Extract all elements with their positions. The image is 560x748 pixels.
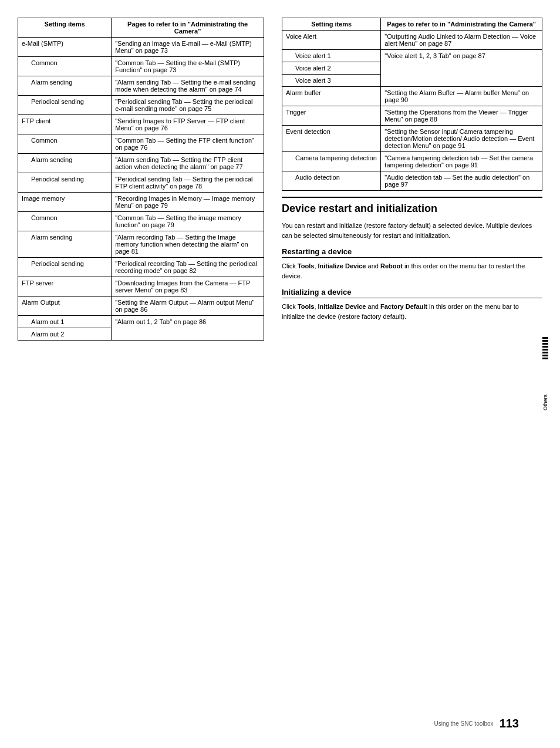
page-reference: "Alarm recording Tab — Setting the Image… (112, 231, 264, 258)
setting-item: Common (18, 134, 112, 154)
setting-item: Alarm sending (18, 154, 112, 173)
setting-item: Camera tampering detection (282, 152, 381, 171)
setting-item: e-Mail (SMTP) (18, 38, 112, 57)
page-reference: "Common Tab — Setting the image memory f… (112, 212, 264, 231)
initializing-bold2: Initialize Device (318, 303, 366, 310)
device-restart-intro: You can restart and initialize (restore … (282, 221, 542, 240)
setting-item: Alarm Output (18, 296, 112, 316)
page-reference: "Sending an Image via E-mail — e-Mail (S… (112, 38, 264, 57)
restarting-title: Restarting a device (282, 247, 542, 258)
table-row: Common"Common Tab — Setting the image me… (18, 212, 264, 231)
table-row: Periodical sending"Periodical sending Ta… (18, 96, 264, 115)
setting-item: Alarm out 1 (18, 316, 112, 328)
page-reference: "Recording Images in Memory — Image memo… (112, 193, 264, 212)
table-row: Periodical sending"Periodical recording … (18, 258, 264, 277)
device-restart-section: Device restart and initialization You ca… (282, 197, 542, 321)
side-bar: Others (541, 117, 549, 631)
page-reference: "Periodical sending Tab — Setting the pe… (112, 173, 264, 193)
page-reference: "Common Tab — Setting the e-Mail (SMTP) … (112, 57, 264, 76)
table-row: Voice Alert"Outputting Audio Linked to A… (282, 31, 542, 50)
page-number: 113 (500, 717, 519, 730)
restarting-bold2: Initialize Device (318, 262, 366, 269)
setting-item: FTP client (18, 115, 112, 134)
page-reference: "Alarm out 1, 2 Tab" on page 86 (112, 316, 264, 341)
setting-item: Image memory (18, 193, 112, 212)
page-reference: "Alarm sending Tab — Setting the FTP cli… (112, 154, 264, 173)
table-row: Trigger"Setting the Operations from the … (282, 106, 542, 126)
table-row: FTP client"Sending Images to FTP Server … (18, 115, 264, 134)
table-row: Alarm out 1"Alarm out 1, 2 Tab" on page … (18, 316, 264, 328)
setting-item: Alarm buffer (282, 87, 381, 106)
page-reference: "Periodical recording Tab — Setting the … (112, 258, 264, 277)
page-reference: "Outputting Audio Linked to Alarm Detect… (381, 31, 542, 50)
table-row: FTP server"Downloading Images from the C… (18, 277, 264, 296)
setting-item: Alarm sending (18, 231, 112, 258)
left-table-header-col1: Setting items (18, 18, 112, 38)
page-reference: "Setting the Alarm Buffer — Alarm buffer… (381, 87, 542, 106)
page-reference: "Common Tab — Setting the FTP client fun… (112, 134, 264, 154)
page-reference: "Camera tampering detection tab — Set th… (381, 152, 542, 171)
restarting-text: Click Tools, Initialize Device and Reboo… (282, 261, 542, 281)
table-row: e-Mail (SMTP)"Sending an Image via E-mai… (18, 38, 264, 57)
page-reference: "Alarm sending Tab — Setting the e-mail … (112, 76, 264, 96)
page-reference: "Downloading Images from the Camera — FT… (112, 277, 264, 296)
setting-item: Audio detection (282, 171, 381, 191)
left-table: Setting items Pages to refer to in "Admi… (18, 18, 264, 341)
table-row: Audio detection"Audio detection tab — Se… (282, 171, 542, 191)
page-reference: "Setting the Operations from the Viewer … (381, 106, 542, 126)
side-bar-label: Others (542, 395, 548, 410)
setting-item: FTP server (18, 277, 112, 296)
page-reference: "Periodical sending Tab — Setting the pe… (112, 96, 264, 115)
table-row: Alarm Output"Setting the Alarm Output — … (18, 296, 264, 316)
device-restart-title: Device restart and initialization (282, 197, 542, 215)
initializing-text: Click Tools, Initialize Device and Facto… (282, 302, 542, 321)
table-row: Event detection"Setting the Sensor input… (282, 126, 542, 152)
setting-item: Common (18, 57, 112, 76)
left-table-header-col2: Pages to refer to in "Administrating the… (112, 18, 264, 38)
initializing-title: Initializing a device (282, 288, 542, 298)
setting-item: Alarm sending (18, 76, 112, 96)
right-table: Setting items Pages to refer to in "Admi… (282, 18, 542, 191)
right-column: Setting items Pages to refer to in "Admi… (282, 18, 542, 705)
page-footer: Using the SNC toolbox 113 (18, 717, 542, 730)
initializing-section: Initializing a device Click Tools, Initi… (282, 288, 542, 321)
restarting-bold1: Tools (298, 262, 315, 269)
setting-item: Voice alert 1 (282, 50, 381, 62)
table-row: Periodical sending"Periodical sending Ta… (18, 173, 264, 193)
restarting-bold3: Reboot (380, 262, 403, 269)
setting-item: Periodical sending (18, 96, 112, 115)
setting-item: Voice alert 2 (282, 62, 381, 75)
table-row: Common"Common Tab — Setting the FTP clie… (18, 134, 264, 154)
page-reference: "Sending Images to FTP Server — FTP clie… (112, 115, 264, 134)
footer-text: Using the SNC toolbox (434, 720, 493, 727)
restarting-section: Restarting a device Click Tools, Initial… (282, 247, 542, 281)
table-row: Alarm buffer"Setting the Alarm Buffer — … (282, 87, 542, 106)
side-bar-decoration (542, 337, 548, 359)
table-row: Voice alert 1"Voice alert 1, 2, 3 Tab" o… (282, 50, 542, 62)
setting-item: Trigger (282, 106, 381, 126)
table-row: Camera tampering detection"Camera tamper… (282, 152, 542, 171)
table-row: Alarm sending"Alarm sending Tab — Settin… (18, 76, 264, 96)
table-row: Common"Common Tab — Setting the e-Mail (… (18, 57, 264, 76)
setting-item: Event detection (282, 126, 381, 152)
setting-item: Periodical sending (18, 258, 112, 277)
page-reference: "Audio detection tab — Set the audio det… (381, 171, 542, 191)
setting-item: Periodical sending (18, 173, 112, 193)
page-reference: "Voice alert 1, 2, 3 Tab" on page 87 (381, 50, 542, 87)
setting-item: Alarm out 2 (18, 328, 112, 341)
setting-item: Voice alert 3 (282, 75, 381, 87)
table-row: Image memory"Recording Images in Memory … (18, 193, 264, 212)
initializing-bold3: Factory Default (380, 303, 427, 310)
right-table-header-col2: Pages to refer to in "Administrating the… (381, 18, 542, 31)
table-row: Alarm sending"Alarm sending Tab — Settin… (18, 154, 264, 173)
table-row: Alarm sending"Alarm recording Tab — Sett… (18, 231, 264, 258)
initializing-bold1: Tools (298, 303, 315, 310)
setting-item: Voice Alert (282, 31, 381, 50)
page-reference: "Setting the Alarm Output — Alarm output… (112, 296, 264, 316)
setting-item: Common (18, 212, 112, 231)
left-table-container: Setting items Pages to refer to in "Admi… (18, 18, 264, 705)
right-table-header-col1: Setting items (282, 18, 381, 31)
page-reference: "Setting the Sensor input/ Camera tamper… (381, 126, 542, 152)
